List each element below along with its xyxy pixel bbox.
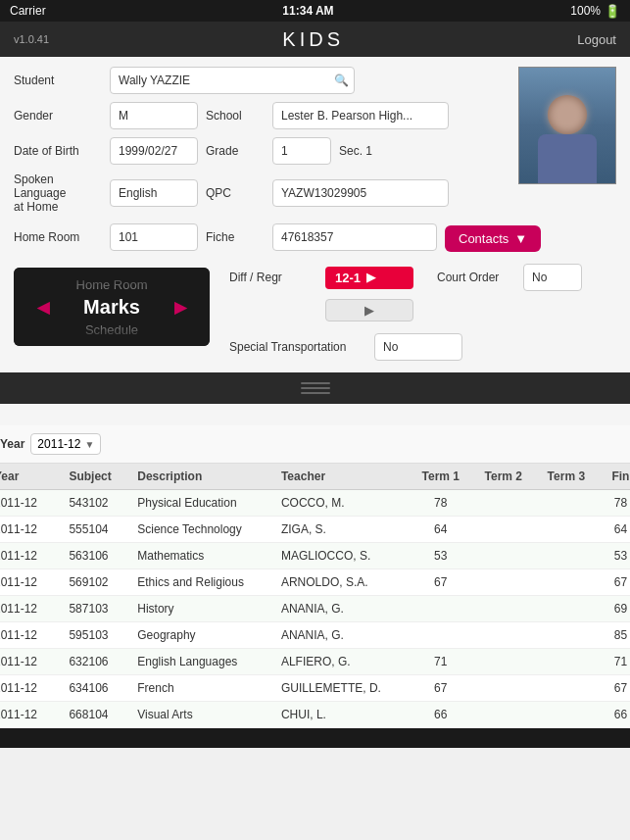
special-trans-label: Special Transportation: [229, 340, 366, 354]
diff-regr-value: 12-1: [335, 271, 361, 285]
table-row[interactable]: 2011-12 543102 Physical Education COCCO,…: [0, 490, 630, 517]
grade-label: Grade: [206, 144, 265, 158]
cell-description: Geography: [129, 622, 273, 649]
cell-description: Science Technology: [129, 517, 273, 543]
cell-final: 53: [598, 543, 630, 569]
homeroom-label: Home Room: [14, 230, 102, 244]
cell-final: 67: [598, 675, 630, 702]
cell-teacher: COCCO, M.: [273, 490, 410, 517]
contacts-label: Contacts: [459, 231, 509, 246]
cell-subject: 587103: [61, 596, 129, 622]
homeroom-input[interactable]: [110, 223, 198, 251]
cell-final: 67: [598, 569, 630, 596]
contacts-button[interactable]: Contacts ▼: [445, 225, 541, 252]
col-header-term1: Term 1: [410, 464, 472, 490]
cell-term3: [535, 675, 598, 702]
cell-term3: [535, 569, 598, 596]
diff-court-section: Diff / Regr 12-1 ▶ Court Order ▶ Special…: [229, 264, 582, 361]
app-version: v1.0.41: [14, 33, 49, 45]
student-form: Student 🔍 Gender School: [14, 67, 616, 361]
cell-year: 2011-12: [0, 517, 61, 543]
spoken-input[interactable]: [110, 179, 198, 207]
dob-input[interactable]: [110, 137, 198, 165]
cell-year: 2011-12: [0, 490, 61, 517]
table-row[interactable]: 2011-12 569102 Ethics and Religious ARNO…: [0, 569, 630, 596]
cell-final: 71: [598, 649, 630, 675]
cell-description: English Languages: [129, 649, 273, 675]
cell-subject: 569102: [61, 569, 129, 596]
cell-final: 66: [598, 702, 630, 728]
special-trans-row: Special Transportation: [229, 333, 582, 361]
col-header-subject: Subject: [61, 464, 129, 490]
carrier-label: Carrier: [10, 4, 46, 18]
cell-term1: 67: [410, 569, 472, 596]
cell-teacher: ALFIERO, G.: [273, 649, 410, 675]
col-header-term2: Term 2: [472, 464, 535, 490]
qpc-input[interactable]: [272, 179, 449, 207]
search-icon: 🔍: [334, 74, 349, 87]
school-label: School: [206, 109, 265, 123]
cell-term3: [535, 649, 598, 675]
next-row-button[interactable]: ▶: [325, 299, 413, 321]
app-header: v1.0.41 KIDS Logout: [0, 22, 630, 57]
spoken-label2: at Home: [14, 200, 102, 214]
contacts-chevron-icon: ▼: [514, 231, 527, 246]
court-order-input[interactable]: [523, 264, 582, 291]
spoken-label1: Spoken Language: [14, 173, 102, 200]
figure-head: [548, 95, 587, 134]
court-order-label: Court Order: [437, 271, 515, 284]
diff-regr-badge[interactable]: 12-1 ▶: [325, 267, 413, 289]
cell-year: 2011-12: [0, 622, 61, 649]
student-name-input[interactable]: [110, 67, 355, 94]
cell-term2: [472, 622, 535, 649]
grade-input[interactable]: [272, 137, 331, 165]
cell-description: History: [129, 596, 273, 622]
school-input[interactable]: [272, 102, 449, 129]
cell-term2: [472, 649, 535, 675]
gender-label: Gender: [14, 109, 102, 123]
cell-term3: [535, 517, 598, 543]
battery-icon: 🔋: [605, 4, 620, 19]
special-trans-input[interactable]: [374, 333, 462, 361]
drum-marks-label: Marks: [83, 296, 140, 319]
table-row[interactable]: 2011-12 595103 Geography ANANIA, G. 85: [0, 622, 630, 649]
drum-fade-top: [14, 268, 210, 291]
col-header-final: Fin: [598, 464, 630, 490]
cell-term1: 67: [410, 675, 472, 702]
table-row[interactable]: 2011-12 668104 Visual Arts CHUI, L. 66 6…: [0, 702, 630, 728]
cell-teacher: GUILLEMETTE, D.: [273, 675, 410, 702]
table-row[interactable]: 2011-12 634106 French GUILLEMETTE, D. 67…: [0, 675, 630, 702]
logout-button[interactable]: Logout: [577, 32, 616, 47]
cell-teacher: ANANIA, G.: [273, 596, 410, 622]
student-photo: [518, 67, 616, 184]
spoken-label-wrap: Spoken Language at Home: [14, 173, 102, 214]
table-row[interactable]: 2011-12 555104 Science Technology ZIGA, …: [0, 517, 630, 543]
cell-description: Mathematics: [129, 543, 273, 569]
drum-arrow-right: ▶: [174, 298, 186, 317]
cell-term1: 64: [410, 517, 472, 543]
table-row[interactable]: 2011-12 563106 Mathematics MAGLIOCCO, S.…: [0, 543, 630, 569]
cell-teacher: MAGLIOCCO, S.: [273, 543, 410, 569]
marks-table: Year Subject Description Teacher Term 1 …: [0, 464, 630, 728]
cell-term3: [535, 622, 598, 649]
year-select[interactable]: 2011-12 ▼: [30, 433, 101, 455]
col-header-term3: Term 3: [535, 464, 598, 490]
table-section: Year 2011-12 ▼ Year Subject Description …: [0, 425, 630, 728]
cell-year: 2011-12: [0, 702, 61, 728]
student-name-wrapper: 🔍: [110, 67, 355, 94]
table-row[interactable]: 2011-12 587103 History ANANIA, G. 69: [0, 596, 630, 622]
drum-item-marks[interactable]: ◀ Marks ▶: [27, 294, 196, 321]
gender-input[interactable]: [110, 102, 198, 129]
cell-term3: [535, 702, 598, 728]
cell-term1: [410, 622, 472, 649]
table-header-row: Year 2011-12 ▼: [0, 425, 630, 464]
cell-term2: [472, 596, 535, 622]
main-content: Student 🔍 Gender School: [0, 57, 630, 425]
table-row[interactable]: 2011-12 632106 English Languages ALFIERO…: [0, 649, 630, 675]
cell-year: 2011-12: [0, 675, 61, 702]
fiche-input[interactable]: [272, 223, 437, 251]
cell-subject: 632106: [61, 649, 129, 675]
cell-term2: [472, 675, 535, 702]
status-bar: Carrier 11:34 AM 100% 🔋: [0, 0, 630, 22]
nav-drum[interactable]: Home Room ◀ Marks ▶ Schedule: [14, 268, 210, 346]
